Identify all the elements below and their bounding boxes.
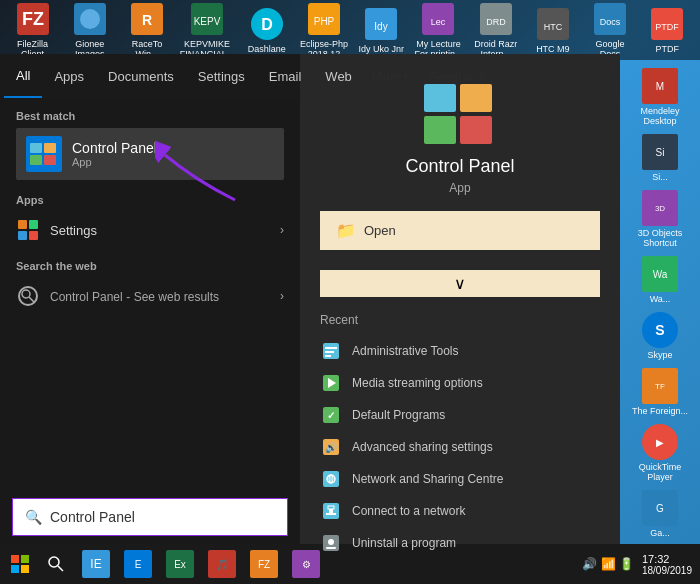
desktop-icon-kepvmike[interactable]: KEPV KEPVMIKE FINANCIAL... [180,1,235,59]
svg-text:HTC: HTC [544,22,563,32]
svg-rect-35 [424,84,456,112]
taskbar-icon-1[interactable]: IE [76,544,116,584]
start-menu-left: All Apps Documents Settings Email Web [0,54,300,544]
recent-item-admin[interactable]: Administrative Tools [320,335,600,367]
web-section: Search the web Control Panel - See web r… [0,252,300,318]
advanced-sharing-icon: 🔊 [320,436,342,458]
best-match-section: Best match Control Panel App [0,98,300,184]
tab-documents[interactable]: Documents [96,54,186,98]
settings-arrow-icon: › [280,223,284,237]
desktop-icon-foreign[interactable]: TF The Foreign... [628,368,692,416]
search-icon: 🔍 [25,509,42,525]
svg-point-65 [49,557,59,567]
tab-all[interactable]: All [4,54,42,98]
svg-rect-38 [460,116,492,144]
svg-rect-40 [325,347,337,349]
start-menu: All Apps Documents Settings Email Web [0,54,620,544]
recent-label: Recent [320,313,600,327]
svg-rect-37 [424,116,456,144]
search-tabs: All Apps Documents Settings Email Web [0,54,300,98]
best-match-item[interactable]: Control Panel App [16,128,284,180]
tab-apps[interactable]: Apps [42,54,96,98]
svg-rect-63 [11,565,19,573]
svg-rect-25 [44,143,56,153]
web-search-item[interactable]: Control Panel - See web results › [16,278,284,314]
svg-text:PTDF: PTDF [656,22,680,32]
recent-item-default[interactable]: ✓ Default Programs [320,399,600,431]
recent-section: Recent Administrative Tools [320,313,600,559]
tab-email[interactable]: Email [257,54,314,98]
desktop-icon-gionee[interactable]: Gionee Images [65,1,114,59]
desktop-icon-ptdf[interactable]: PTDF PTDF [643,6,692,54]
best-match-label: Best match [16,110,284,122]
taskbar-icon-5[interactable]: FZ [244,544,284,584]
desktop-icon-filezilla[interactable]: FZ FileZilla Client [8,1,57,59]
svg-rect-54 [326,513,336,515]
start-button[interactable] [0,544,40,584]
apps-settings-item[interactable]: Settings › [16,212,284,248]
desktop-icon-droid[interactable]: DRD Droid Razr Intern... [471,1,520,59]
best-match-text: Control Panel App [72,140,157,168]
apps-section-label: Apps [16,194,284,206]
taskbar-icon-2[interactable]: E [118,544,158,584]
desktop-icons-right: M Mendeley Desktop Si Si... 3D 3D Object… [620,60,700,584]
connect-network-icon [320,500,342,522]
settings-icon [16,218,40,242]
svg-rect-29 [29,220,38,229]
svg-point-3 [80,9,100,29]
desktop-icon-dashlane[interactable]: D Dashlane [242,6,291,54]
desktop-icon-wa[interactable]: Wa Wa... [628,256,692,304]
svg-rect-61 [11,555,19,563]
desktop-icon-htc[interactable]: HTC HTC M9 [528,6,577,54]
tab-settings[interactable]: Settings [186,54,257,98]
control-panel-icon [26,136,62,172]
recent-item-sharing[interactable]: 🔊 Advanced sharing settings [320,431,600,463]
svg-text:D: D [261,16,273,33]
app-detail-type: App [449,181,470,195]
desktop-top-bar: FZ FileZilla Client Gionee Images R Rac [0,0,700,60]
app-detail-icon [420,84,500,144]
app-detail-name: Control Panel [405,156,514,177]
svg-rect-24 [30,143,42,153]
recent-item-media[interactable]: Media streaming options [320,367,600,399]
desktop-icon-mendeley[interactable]: M Mendeley Desktop [628,68,692,126]
svg-text:Docs: Docs [600,17,621,27]
recent-item-connect[interactable]: Connect to a network [320,495,600,527]
svg-rect-26 [30,155,42,165]
taskbar-time: 17:32 18/09/2019 [642,553,692,576]
taskbar-search-icon[interactable] [40,544,72,584]
svg-line-66 [58,566,63,571]
desktop-icon-idy[interactable]: Idy Idy Uko Jnr [357,6,406,54]
svg-text:Lec: Lec [431,17,446,27]
taskbar-icon-4[interactable]: 🎵 [202,544,242,584]
desktop-icon-eclipse[interactable]: PHP Eclipse-Php 2018 12 [299,1,348,59]
desktop-icon-mylecture[interactable]: Lec My Lecture For printin... [414,1,463,59]
svg-text:🔊: 🔊 [325,441,338,454]
desktop: FZ FileZilla Client Gionee Images R Rac [0,0,700,584]
desktop-icon-gdocs[interactable]: Docs Google Docs [585,1,634,59]
svg-rect-55 [329,509,333,513]
svg-text:FZ: FZ [22,9,44,29]
taskbar-icon-3[interactable]: Ex [160,544,200,584]
web-section-label: Search the web [16,260,284,272]
tab-web[interactable]: Web [313,54,364,98]
desktop-icon-si[interactable]: Si Si... [628,134,692,182]
svg-text:Idy: Idy [375,21,388,32]
chevron-expand-button[interactable]: ∨ [320,270,600,297]
desktop-icon-quicktime[interactable]: ▶ QuickTime Player [628,424,692,482]
desktop-icon-skype[interactable]: S Skype [628,312,692,360]
open-button[interactable]: 📁 Open [320,211,600,250]
svg-text:DRD: DRD [486,17,506,27]
desktop-icon-race[interactable]: R RaceTo Win... [122,1,171,59]
svg-text:R: R [142,12,152,28]
search-bar[interactable]: 🔍 [12,498,288,536]
svg-rect-36 [460,84,492,112]
recent-item-network[interactable]: Network and Sharing Centre [320,463,600,495]
recent-item-uninstall[interactable]: Uninstall a program [320,527,600,559]
web-arrow-icon: › [280,289,284,303]
apps-section: Apps Settings › [0,184,300,252]
desktop-icon-3dobjects[interactable]: 3D 3D Objects Shortcut [628,190,692,248]
search-input[interactable] [50,509,275,525]
desktop-icon-ga[interactable]: G Ga... [628,490,692,538]
network-sharing-icon [320,468,342,490]
